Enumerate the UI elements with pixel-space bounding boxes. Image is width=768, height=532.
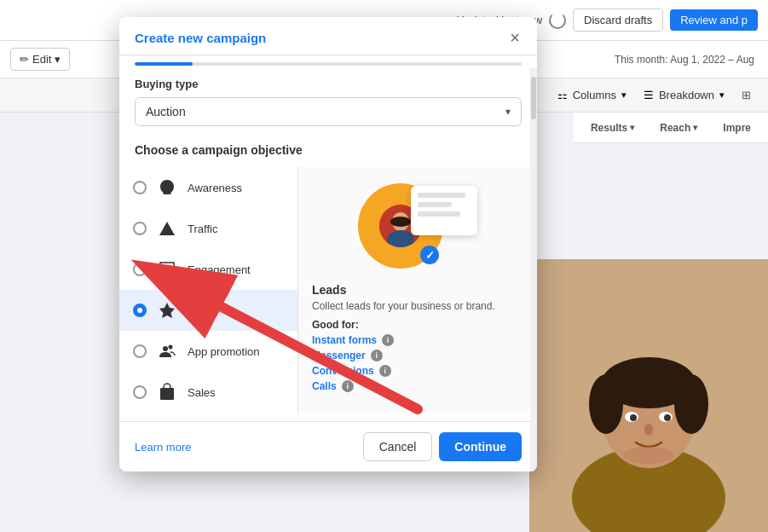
svg-point-22: [390, 217, 411, 227]
dropdown-arrow-icon: ▾: [505, 106, 511, 118]
svg-marker-16: [159, 303, 175, 318]
svg-point-9: [630, 414, 637, 421]
good-for-item-calls: Calls i: [312, 380, 523, 392]
card-line-2: [418, 202, 452, 207]
modal-close-button[interactable]: ×: [508, 29, 522, 46]
app-promotion-icon: [155, 339, 179, 363]
breakdown-label: Breakdown: [659, 89, 714, 101]
buying-type-dropdown[interactable]: Auction ▾: [135, 97, 522, 126]
objective-item-traffic[interactable]: Traffic: [119, 208, 297, 249]
instant-forms-text: Instant forms: [312, 334, 377, 346]
objective-list: Awareness Traffic Engagement: [119, 167, 298, 413]
create-campaign-modal: Create new campaign × Buying type Auctio…: [119, 17, 537, 471]
sales-label: Sales: [188, 386, 216, 399]
radio-traffic[interactable]: [133, 222, 147, 235]
good-for-label: Good for:: [312, 319, 523, 331]
continue-button[interactable]: Continue: [439, 432, 522, 461]
learn-more-link[interactable]: Learn more: [135, 441, 191, 454]
presenter-photo-inner: [529, 259, 768, 532]
presenter-silhouette: [529, 259, 768, 532]
pencil-icon: ✏: [20, 53, 29, 66]
scroll-thumb[interactable]: [531, 77, 536, 119]
extra-icon: ⊞: [742, 89, 751, 101]
presenter-photo: [529, 259, 768, 532]
columns-control[interactable]: ⚏ Columns ▾: [557, 89, 627, 101]
svg-marker-13: [159, 222, 175, 235]
awareness-label: Awareness: [188, 182, 242, 194]
discard-drafts-button[interactable]: Discard drafts: [573, 9, 663, 32]
columns-label: Columns: [573, 89, 616, 101]
leads-label: Leads: [188, 304, 217, 317]
table-columns: Results ▾ Reach ▾ Impre: [574, 113, 768, 143]
modal-header: Create new campaign ×: [119, 17, 537, 55]
objective-section-title: Choose a campaign objective: [119, 135, 537, 167]
conversions-text: Conversions: [312, 365, 374, 377]
good-for-item-messenger: Messenger i: [312, 350, 523, 361]
objective-item-sales[interactable]: Sales: [119, 372, 297, 413]
chevron-down-icon: ▾: [55, 53, 61, 66]
good-for-item-conversions: Conversions i: [312, 365, 523, 377]
breakdown-icon: ☰: [644, 89, 654, 101]
engagement-icon: [155, 257, 179, 281]
radio-awareness[interactable]: [133, 181, 147, 194]
radio-sales[interactable]: [133, 385, 147, 399]
svg-point-15: [169, 267, 171, 269]
date-range-text: This month: Aug 1, 2022 – Aug: [615, 54, 754, 66]
columns-chevron: ▾: [621, 90, 627, 101]
calls-text: Calls: [312, 380, 337, 392]
leads-icon: [155, 298, 179, 322]
reach-col: Reach ▾: [660, 122, 697, 134]
progress-bar-area: [119, 55, 537, 66]
columns-icon: ⚏: [557, 89, 568, 101]
illustration-container: ✓: [358, 179, 477, 273]
detail-objective-name: Leads: [312, 283, 523, 297]
objective-two-col: Awareness Traffic Engagement: [119, 167, 537, 413]
radio-engagement[interactable]: [133, 263, 147, 276]
buying-type-value: Auction: [146, 105, 186, 119]
modal-title: Create new campaign: [135, 31, 266, 45]
good-for-item-instant-forms: Instant forms i: [312, 334, 523, 346]
buying-type-label: Buying type: [135, 78, 522, 90]
review-button[interactable]: Review and p: [670, 9, 758, 31]
app-promotion-label: App promotion: [188, 345, 260, 358]
impressions-col: Impre: [723, 122, 751, 134]
detail-illustration: ✓: [312, 179, 523, 273]
scroll-track: [530, 68, 537, 471]
results-col: Results ▾: [591, 122, 634, 134]
objective-item-engagement[interactable]: Engagement: [119, 249, 297, 290]
traffic-icon: [155, 217, 179, 240]
objective-detail-panel: ✓ Leads Collect leads for your business …: [298, 167, 537, 413]
objective-section: Choose a campaign objective Awareness: [119, 135, 537, 421]
engagement-label: Engagement: [188, 263, 251, 276]
sort-icon: ▾: [630, 123, 634, 132]
breakdown-chevron: ▾: [719, 90, 725, 101]
conversions-info-icon[interactable]: i: [379, 365, 391, 377]
svg-point-5: [589, 374, 623, 434]
app-topbar-left: [0, 0, 20, 40]
sales-icon: [155, 380, 179, 404]
svg-point-17: [163, 346, 168, 351]
svg-point-12: [623, 447, 674, 464]
awareness-icon: [155, 176, 179, 200]
check-badge: ✓: [420, 246, 439, 264]
objective-item-leads[interactable]: Leads: [119, 290, 297, 331]
calls-info-icon[interactable]: i: [342, 380, 354, 392]
refresh-icon[interactable]: [549, 12, 566, 29]
svg-point-18: [169, 345, 173, 350]
detail-objective-description: Collect leads for your business or brand…: [312, 300, 523, 312]
radio-app-promotion[interactable]: [133, 344, 147, 358]
breakdown-control[interactable]: ☰ Breakdown ▾: [644, 89, 725, 101]
svg-point-11: [644, 424, 653, 436]
sort-icon-2: ▾: [693, 123, 697, 132]
edit-button[interactable]: ✏ Edit ▾: [10, 48, 70, 71]
instant-forms-info-icon[interactable]: i: [382, 334, 394, 346]
buying-type-section: Buying type Auction ▾: [119, 66, 537, 135]
svg-rect-19: [160, 388, 174, 400]
radio-leads[interactable]: [133, 304, 147, 317]
cancel-button[interactable]: Cancel: [363, 432, 433, 461]
svg-point-6: [674, 374, 708, 434]
messenger-text: Messenger: [312, 350, 366, 361]
objective-item-awareness[interactable]: Awareness: [119, 167, 297, 208]
objective-item-app-promotion[interactable]: App promotion: [119, 331, 297, 372]
messenger-info-icon[interactable]: i: [371, 350, 383, 361]
